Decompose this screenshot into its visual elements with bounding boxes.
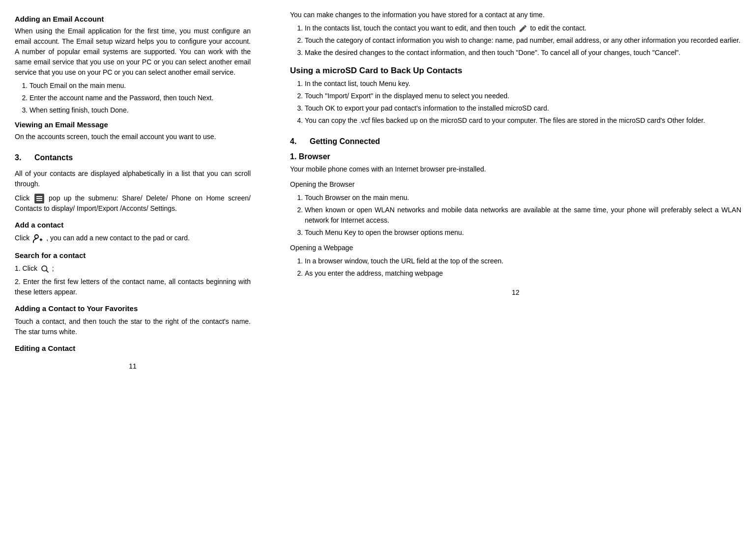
- browser-step-1: Touch Browser on the main menu.: [305, 193, 741, 203]
- page-container: Adding an Email Account When using the E…: [0, 0, 756, 545]
- click-search-label: 1. Click: [15, 264, 39, 272]
- contacts-menu-para: Click pop up the submenu: Share/ Delete/…: [15, 193, 251, 214]
- opening-webpage-subheading: Opening a Webpage: [290, 243, 741, 253]
- webpage-step-2: As you enter the address, matching webpa…: [305, 268, 741, 279]
- person-add-icon: [32, 233, 43, 244]
- adding-favorites-para: Touch a contact, and then touch the star…: [15, 316, 251, 337]
- left-column: Adding an Email Account When using the E…: [15, 10, 261, 535]
- email-para: When using the Email application for the…: [15, 26, 251, 78]
- click-label: Click: [15, 194, 29, 202]
- browser-heading: 1. Browser: [290, 152, 741, 161]
- search-step-1: 1. Click ;: [15, 263, 251, 274]
- editing-steps: In the contacts list, touch the contact …: [305, 23, 741, 58]
- editing-step-2: Touch the category of contact informatio…: [305, 35, 741, 46]
- viewing-email-heading: Viewing an Email Message: [15, 120, 251, 129]
- page-number-right: 12: [290, 288, 741, 296]
- svg-line-4: [46, 270, 48, 272]
- search-contact-heading: Search for a contact: [15, 251, 251, 259]
- search-step-2: 2. Enter the first few letters of the co…: [15, 277, 251, 297]
- contacts-intro: All of your contacts are displayed alpha…: [15, 169, 251, 189]
- svg-point-0: [35, 234, 38, 238]
- editing-step-3: Make the desired changes to the contact …: [305, 48, 741, 58]
- add-contact-heading: Add a contact: [15, 221, 251, 229]
- webpage-step-1: In a browser window, touch the URL field…: [305, 256, 741, 266]
- microsd-step-4: You can copy the .vcf files backed up on…: [305, 115, 741, 126]
- browser-intro: Your mobile phone comes with an Internet…: [290, 164, 741, 174]
- microsd-heading: Using a microSD Card to Back Up Contacts: [290, 66, 741, 76]
- editing-contact-heading: Editing a Contact: [15, 344, 251, 352]
- opening-browser-subheading: Opening the Browser: [290, 179, 741, 190]
- right-column: You can make changes to the information …: [280, 10, 741, 535]
- search-icon: [40, 264, 49, 273]
- search-semicolon: ;: [52, 264, 54, 272]
- microsd-step-3: Touch OK to export your pad contact's in…: [305, 103, 741, 114]
- menu-icon: [34, 194, 44, 203]
- browser-step-3: Touch Menu Key to open the browser optio…: [305, 228, 741, 238]
- adding-favorites-heading: Adding a Contact to Your Favorites: [15, 304, 251, 313]
- viewing-email-para: On the accounts screen, touch the email …: [15, 132, 251, 142]
- microsd-steps: In the contact list, touch Menu key. Tou…: [305, 79, 741, 126]
- email-step-2: Enter the account name and the Password,…: [29, 93, 251, 103]
- page-number-left: 11: [15, 362, 251, 370]
- add-contact-text: , you can add a new contact to the pad o…: [46, 234, 190, 242]
- svg-point-3: [42, 266, 47, 271]
- pencil-icon: [519, 24, 527, 33]
- microsd-step-1: In the contact list, touch Menu key.: [305, 79, 741, 89]
- opening-browser-steps: Touch Browser on the main menu. When kno…: [305, 193, 741, 238]
- opening-webpage-steps: In a browser window, touch the URL field…: [305, 256, 741, 279]
- editing-step-1: In the contacts list, touch the contact …: [305, 23, 741, 33]
- chapter3-heading: 3. Contancts: [15, 152, 251, 164]
- editing-intro: You can make changes to the information …: [290, 10, 741, 20]
- email-step-1: Touch Email on the main menu.: [29, 81, 251, 91]
- email-step-3: When setting finish, touch Done.: [29, 105, 251, 115]
- add-contact-para: Click , you can add a new contact to the…: [15, 233, 251, 244]
- click-label-2: Click: [15, 234, 29, 242]
- email-heading: Adding an Email Account: [15, 15, 251, 23]
- browser-step-2: When known or open WLAN networks and mob…: [305, 205, 741, 226]
- chapter4-heading: 4. Getting Connected: [290, 136, 741, 147]
- email-steps: Touch Email on the main menu. Enter the …: [29, 81, 251, 115]
- microsd-step-2: Touch "Import/ Export" in the displayed …: [305, 91, 741, 101]
- contacts-menu-text: pop up the submenu: Share/ Delete/ Phone…: [15, 194, 251, 212]
